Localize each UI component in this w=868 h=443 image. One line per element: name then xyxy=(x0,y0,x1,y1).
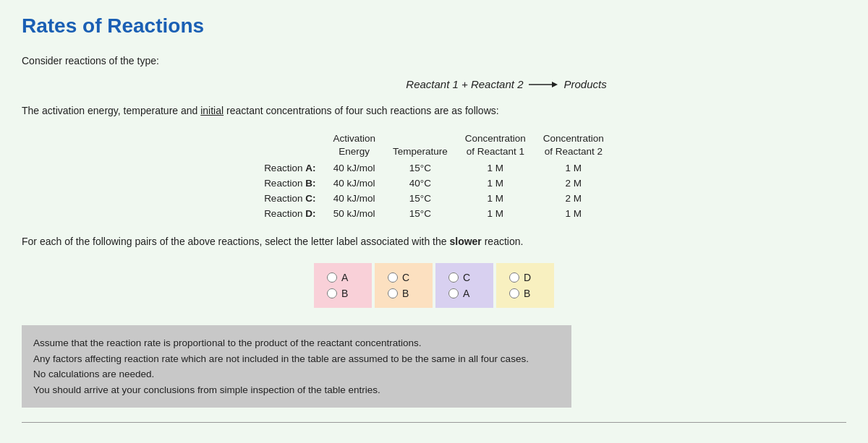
radio-3-option-a[interactable] xyxy=(448,288,459,298)
note-line: Any factors affecting reaction rate whic… xyxy=(33,351,560,367)
activation-text: The activation energy, temperature and i… xyxy=(22,105,846,116)
page-title: Rates of Reactions xyxy=(22,14,846,38)
reaction-label: Reaction B: xyxy=(255,176,324,191)
radio-row-2-1: C xyxy=(388,272,409,283)
radio-4-option-d[interactable] xyxy=(509,272,519,283)
reaction-temp: 15°C xyxy=(384,191,456,206)
radio-label: B xyxy=(402,288,409,299)
reaction-energy: 40 kJ/mol xyxy=(324,176,384,191)
radio-label: C xyxy=(402,272,409,283)
radio-label: A xyxy=(341,272,348,283)
radio-label: B xyxy=(341,288,348,299)
pair-box-3: CA xyxy=(435,263,493,308)
col-conc1: Concentrationof Reactant 1 xyxy=(456,129,535,160)
radio-row-1-1: A xyxy=(327,272,348,283)
radio-label: A xyxy=(463,288,469,299)
reaction-conc2: 2 M xyxy=(535,191,613,206)
reaction-conc1: 1 M xyxy=(456,160,535,176)
reaction-temp: 15°C xyxy=(384,206,456,221)
reaction-conc1: 1 M xyxy=(456,191,535,206)
equation-left: Reactant 1 + Reactant 2 xyxy=(406,78,523,90)
reaction-arrow xyxy=(529,79,558,90)
table-row: Reaction D: 50 kJ/mol 15°C 1 M 1 M xyxy=(255,206,613,221)
radio-row-1-2: B xyxy=(327,288,348,299)
radio-3-option-c[interactable] xyxy=(448,272,459,283)
radio-1-option-a[interactable] xyxy=(327,272,337,283)
reaction-conc2: 2 M xyxy=(535,176,613,191)
reaction-equation: Reactant 1 + Reactant 2 Products xyxy=(166,78,846,90)
svg-marker-1 xyxy=(552,82,558,87)
reaction-conc2: 1 M xyxy=(535,206,613,221)
pairs-container: ABCBCADB xyxy=(22,263,846,308)
pair-box-2: CB xyxy=(375,263,433,308)
radio-2-option-c[interactable] xyxy=(388,272,398,283)
reaction-energy: 40 kJ/mol xyxy=(324,191,384,206)
col-conc2: Concentrationof Reactant 2 xyxy=(535,129,613,160)
reaction-conc1: 1 M xyxy=(456,176,535,191)
divider xyxy=(22,422,846,423)
table-row: Reaction C: 40 kJ/mol 15°C 1 M 2 M xyxy=(255,191,613,206)
radio-label: B xyxy=(524,288,530,299)
reaction-energy: 50 kJ/mol xyxy=(324,206,384,221)
consider-text: Consider reactions of the type: xyxy=(22,55,846,66)
equation-right: Products xyxy=(563,78,606,90)
reaction-label: Reaction A: xyxy=(255,160,324,176)
table-row: Reaction A: 40 kJ/mol 15°C 1 M 1 M xyxy=(255,160,613,176)
radio-row-3-2: A xyxy=(448,288,469,299)
radio-2-option-b[interactable] xyxy=(388,288,398,298)
reaction-temp: 40°C xyxy=(384,176,456,191)
col-empty xyxy=(255,129,324,160)
reaction-label: Reaction C: xyxy=(255,191,324,206)
radio-row-4-2: B xyxy=(509,288,530,299)
reactions-table-container: ActivationEnergy Temperature Concentrati… xyxy=(22,129,846,221)
col-temp: Temperature xyxy=(384,129,456,160)
note-box: Assume that the reaction rate is proport… xyxy=(22,325,571,408)
reaction-label: Reaction D: xyxy=(255,206,324,221)
pair-box-1: AB xyxy=(314,263,372,308)
radio-row-3-1: C xyxy=(448,272,470,283)
radio-label: C xyxy=(463,272,470,283)
note-line: No calculations are needed. xyxy=(33,366,560,382)
radio-1-option-b[interactable] xyxy=(327,288,337,298)
reaction-energy: 40 kJ/mol xyxy=(324,160,384,176)
note-line: You should arrive at your conclusions fr… xyxy=(33,382,560,398)
reaction-conc1: 1 M xyxy=(456,206,535,221)
reactions-table: ActivationEnergy Temperature Concentrati… xyxy=(255,129,613,221)
table-row: Reaction B: 40 kJ/mol 40°C 1 M 2 M xyxy=(255,176,613,191)
radio-label: D xyxy=(524,272,531,283)
col-energy: ActivationEnergy xyxy=(324,129,384,160)
radio-4-option-b[interactable] xyxy=(509,288,519,298)
radio-row-2-2: B xyxy=(388,288,409,299)
reaction-conc2: 1 M xyxy=(535,160,613,176)
reaction-temp: 15°C xyxy=(384,160,456,176)
slower-text: For each of the following pairs of the a… xyxy=(22,236,846,247)
note-line: Assume that the reaction rate is proport… xyxy=(33,335,560,351)
radio-row-4-1: D xyxy=(509,272,531,283)
pair-box-4: DB xyxy=(496,263,554,308)
